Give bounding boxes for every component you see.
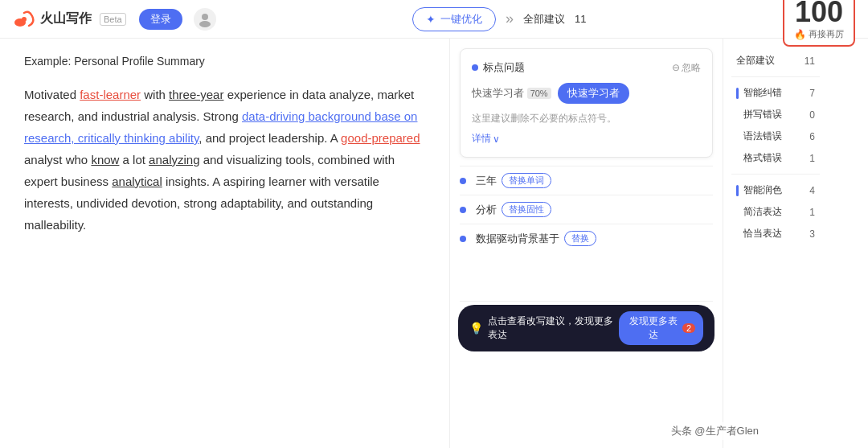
item-label: 三年 (476, 174, 497, 188)
item-tag-button[interactable]: 替换单词 (502, 173, 551, 188)
sidebar-divider-2 (731, 174, 820, 175)
sidebar-count: 6 (809, 131, 815, 142)
score-number: 100 (795, 0, 843, 27)
suggestion-desc: 这里建议删除不必要的标点符号。 (472, 112, 701, 125)
sidebar-label: 简洁表达 (743, 205, 782, 219)
discover-badge: 2 (682, 323, 695, 333)
more-button[interactable]: » (502, 10, 517, 27)
sidebar-item-format[interactable]: 格式错误 1 (731, 147, 820, 169)
dot-icon (460, 207, 466, 213)
highlight-good-prepared: good-prepared (341, 131, 420, 145)
suggestions-label: 全部建议 (523, 12, 565, 27)
logo-icon (13, 8, 35, 31)
nav-center: ✦ 一键优化 » 全部建议 11 (216, 7, 783, 31)
suggestions-count: 11 (575, 13, 586, 25)
sidebar-label: 语法错误 (743, 129, 782, 143)
sidebar-item-smart-correct[interactable]: 智能纠错 7 (731, 82, 820, 104)
sidebar-count: 7 (809, 88, 815, 99)
svg-point-1 (22, 17, 27, 22)
ignore-button[interactable]: ⊖ 忽略 (672, 61, 701, 75)
sidebar-all-count: 11 (805, 55, 815, 67)
dot-icon (460, 178, 466, 184)
sidebar-count: 3 (809, 228, 815, 240)
suggestion-title: 标点问题 (483, 60, 525, 75)
sidebar-indicator (736, 185, 739, 196)
sidebar-item-spelling[interactable]: 拼写错误 0 (731, 104, 820, 125)
suggestion-panel: 标点问题 ⊖ 忽略 快速学习者 70% 快速学习者 这里建议删除不必要的标点符号… (450, 39, 723, 448)
item-tag-button[interactable]: 替换固性 (502, 202, 551, 217)
beta-badge: Beta (100, 13, 126, 26)
sidebar-count: 1 (809, 153, 815, 164)
item-label: 分析 (476, 203, 497, 217)
sparkle-icon: ✦ (426, 13, 436, 26)
highlight-fast-learner: fast-learner (80, 88, 141, 101)
sidebar-item-concise[interactable]: 简洁表达 1 (731, 201, 820, 223)
suggestion-item-data-driving: 数据驱动背景基于 替换 (460, 224, 713, 253)
sidebar-all-suggestions[interactable]: 全部建议 11 (731, 50, 820, 72)
highlight-three-year: three-year (169, 88, 223, 101)
suggestion-content: 快速学习者 70% 快速学习者 (472, 83, 701, 104)
avatar-button[interactable] (194, 8, 216, 31)
highlight-know: know (91, 153, 119, 166)
main-content: Example: Personal Profile Summary Motiva… (0, 39, 868, 448)
item-tag-button[interactable]: 替换 (564, 231, 596, 246)
suggestion-item-analyze: 分析 替换固性 (460, 195, 713, 224)
optimize-button[interactable]: ✦ 一键优化 (412, 7, 496, 31)
login-button[interactable]: 登录 (139, 9, 182, 30)
logo-area: 火山写作 Beta 登录 (13, 8, 216, 31)
highlight-analyzing: analyzing (149, 153, 199, 166)
doc-title: Example: Personal Profile Summary (24, 55, 425, 68)
sidebar-label: 恰当表达 (743, 227, 782, 240)
sidebar-label: 拼写错误 (743, 108, 782, 121)
top-navigation: 火山写作 Beta 登录 ✦ 一键优化 » 全部建议 11 100 🔥 再接再厉 (0, 0, 868, 39)
right-sidebar: 全部建议 11 智能纠错 7 拼写错误 0 语法错误 6 (723, 39, 828, 448)
suggestion-card-punctuation: 标点问题 ⊖ 忽略 快速学习者 70% 快速学习者 这里建议删除不必要的标点符号… (460, 48, 713, 158)
sidebar-label: 智能润色 (743, 183, 782, 197)
sidebar-item-appropriate[interactable]: 恰当表达 3 (731, 223, 820, 245)
sidebar-count: 1 (809, 207, 815, 218)
avatar-icon (197, 11, 213, 27)
highlight-analytical: analytical (112, 175, 162, 188)
sidebar-count: 4 (809, 185, 815, 196)
tooltip-bar: 💡 点击查看改写建议，发现更多表达 发现更多表达 2 (458, 305, 714, 351)
sidebar-item-grammar[interactable]: 语法错误 6 (731, 125, 820, 147)
tooltip-text: 💡 点击查看改写建议，发现更多表达 (469, 314, 619, 342)
doc-body: Motivated fast-learner with three-year e… (24, 84, 425, 236)
sidebar-label: 智能纠错 (743, 86, 782, 100)
svg-point-3 (199, 21, 211, 27)
original-text: 快速学习者 70% (472, 86, 551, 101)
sidebar-count: 0 (809, 109, 815, 121)
sidebar-indicator (736, 88, 739, 99)
svg-point-2 (202, 14, 208, 20)
replace-button[interactable]: 快速学习者 (558, 83, 629, 104)
dot-icon (460, 236, 466, 242)
discover-button[interactable]: 发现更多表达 2 (619, 311, 703, 345)
logo-text: 火山写作 (40, 10, 92, 27)
item-label: 数据驱动背景基于 (476, 232, 559, 246)
bulb-icon: 💡 (469, 322, 483, 335)
suggestion-dot (472, 64, 478, 71)
editor-area[interactable]: Example: Personal Profile Summary Motiva… (0, 39, 450, 448)
chevron-down-icon: ∨ (493, 134, 500, 145)
sidebar-item-polish[interactable]: 智能润色 4 (731, 179, 820, 201)
detail-button[interactable]: 详情 ∨ (472, 132, 500, 146)
sidebar-divider-1 (731, 76, 820, 77)
suggestion-header: 标点问题 ⊖ 忽略 (472, 60, 701, 75)
sidebar-label: 格式错误 (743, 151, 782, 165)
suggestion-item-three-year: 三年 替换单词 (460, 166, 713, 195)
sidebar-all-label: 全部建议 (736, 54, 775, 68)
ignore-icon: ⊖ (672, 62, 680, 73)
